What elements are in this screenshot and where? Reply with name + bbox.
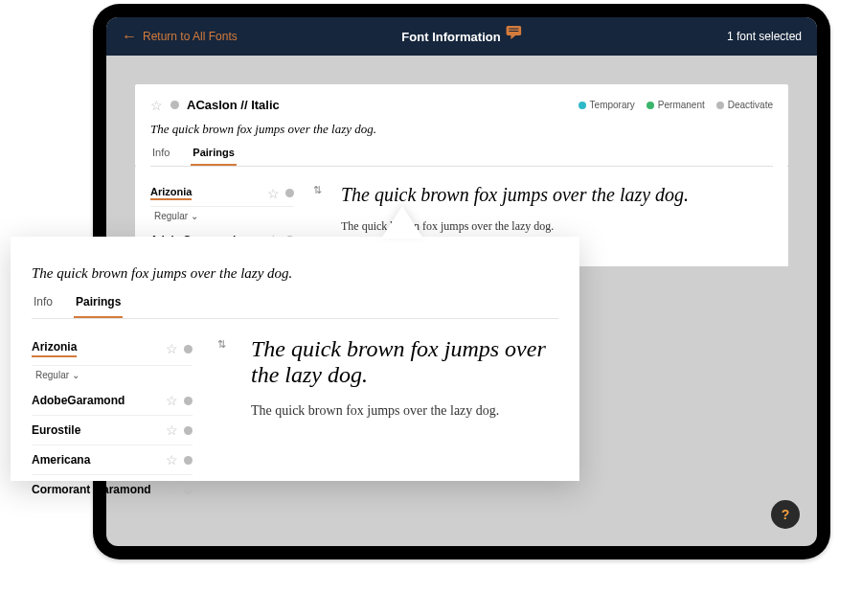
pairing-row[interactable]: AdobeGaramond ☆: [32, 386, 193, 416]
status-dot[interactable]: [184, 456, 193, 465]
help-button[interactable]: ?: [771, 500, 800, 529]
status-dot[interactable]: [285, 189, 294, 197]
favorite-star-icon[interactable]: ☆: [166, 453, 178, 467]
tab-info[interactable]: Info: [32, 295, 55, 318]
legend-dot-temporary: [578, 102, 586, 109]
app-topbar: ← Return to All Fonts Font Information 1…: [106, 17, 817, 56]
help-icon: ?: [782, 507, 790, 522]
popout-tabs: Info Pairings: [32, 295, 558, 319]
popout-sample-text: The quick brown fox jumps over the lazy …: [32, 265, 558, 282]
preview-large: The quick brown fox jumps over the lazy …: [341, 184, 773, 206]
popout-preview: The quick brown fox jumps over the lazy …: [251, 332, 558, 504]
status-dot[interactable]: [184, 426, 193, 435]
pairing-name: Cormorant Garamond: [32, 483, 151, 496]
chevron-down-icon: ⌄: [191, 211, 198, 221]
font-header-card: ☆ ACaslon // Italic Temporary Permanent …: [135, 84, 788, 167]
favorite-star-icon[interactable]: ☆: [166, 394, 178, 407]
weight-dropdown[interactable]: Regular ⌄: [35, 370, 193, 380]
pairing-row[interactable]: Cormorant Garamond ☆: [32, 475, 193, 504]
pairing-row[interactable]: Americana ☆: [32, 445, 193, 475]
swap-order-icon[interactable]: ⇅: [217, 338, 226, 351]
favorite-star-icon[interactable]: ☆: [150, 99, 163, 112]
font-sample-text: The quick brown fox jumps over the lazy …: [150, 122, 773, 137]
legend-deactivate: Deactivate: [716, 100, 773, 110]
popout-body: Arizonia ☆ Regular ⌄ AdobeGaramond ☆ Eur…: [32, 332, 558, 504]
swap-order-icon[interactable]: ⇅: [313, 184, 322, 196]
favorite-star-icon[interactable]: ☆: [267, 187, 280, 200]
legend-dot-deactivate: [716, 102, 724, 109]
pairing-row-selected[interactable]: Arizonia ☆: [32, 332, 193, 366]
favorite-star-icon[interactable]: ☆: [166, 342, 178, 355]
tab-pairings[interactable]: Pairings: [74, 295, 123, 318]
tab-pairings[interactable]: Pairings: [191, 147, 236, 166]
favorite-star-icon[interactable]: ☆: [166, 423, 178, 437]
back-label: Return to All Fonts: [143, 30, 238, 43]
pairing-row[interactable]: Eurostile ☆: [32, 416, 193, 445]
legend-dot-permanent: [646, 102, 654, 109]
chat-icon[interactable]: [507, 26, 522, 42]
preview-large: The quick brown fox jumps over the lazy …: [251, 336, 558, 388]
card-tabs: Info Pairings: [150, 147, 773, 167]
popout-panel: The quick brown fox jumps over the lazy …: [11, 237, 579, 481]
callout-pointer: [381, 206, 423, 239]
status-legend: Temporary Permanent Deactivate: [578, 100, 773, 110]
pairing-name: Arizonia: [150, 186, 192, 200]
font-title: ACaslon // Italic: [187, 98, 280, 112]
favorite-star-icon[interactable]: ☆: [166, 483, 178, 496]
title-text: Font Information: [401, 30, 500, 44]
back-arrow-icon: ←: [122, 29, 137, 44]
pairing-row-selected[interactable]: Arizonia ☆: [150, 180, 294, 207]
back-to-fonts-link[interactable]: ← Return to All Fonts: [122, 29, 238, 44]
pairing-name: AdobeGaramond: [32, 394, 125, 407]
status-dot[interactable]: [170, 101, 179, 109]
preview-small: The quick brown fox jumps over the lazy …: [251, 403, 558, 419]
chevron-down-icon: ⌄: [72, 370, 79, 380]
card-top-row: ☆ ACaslon // Italic Temporary Permanent …: [150, 98, 773, 112]
page-title: Font Information: [401, 29, 521, 45]
pairing-name: Arizonia: [32, 340, 77, 357]
selection-count: 1 font selected: [727, 30, 802, 43]
pairing-name: Eurostile: [32, 423, 80, 437]
tab-info[interactable]: Info: [150, 147, 171, 166]
status-dot[interactable]: [184, 397, 193, 405]
weight-dropdown[interactable]: Regular ⌄: [154, 211, 294, 221]
pairing-name: Americana: [32, 453, 90, 467]
legend-temporary: Temporary: [578, 100, 635, 110]
status-dot[interactable]: [184, 486, 193, 494]
legend-permanent: Permanent: [646, 100, 705, 110]
status-dot[interactable]: [184, 345, 193, 354]
popout-pairing-list: Arizonia ☆ Regular ⌄ AdobeGaramond ☆ Eur…: [32, 332, 193, 504]
